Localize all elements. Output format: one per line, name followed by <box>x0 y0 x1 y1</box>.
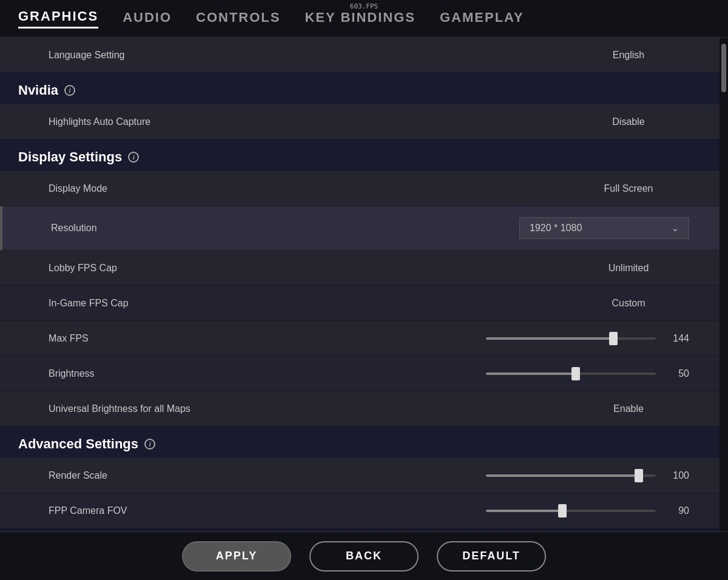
highlights-label: Highlights Auto Capture <box>49 116 150 127</box>
resolution-value: 1920 * 1080 <box>530 223 582 234</box>
row-highlights: Highlights Auto Capture Disable <box>0 104 720 140</box>
advanced-title: Advanced Settings <box>18 436 138 452</box>
section-nvidia: Nvidia i <box>0 73 720 104</box>
advanced-info-icon[interactable]: i <box>144 439 155 450</box>
max-fps-slider-container: 144 <box>477 333 689 344</box>
tab-keybindings[interactable]: KEY BINDINGS <box>305 10 416 28</box>
brightness-label: Brightness <box>49 368 95 379</box>
row-lobby-fps: Lobby FPS Cap Unlimited <box>0 251 720 286</box>
row-brightness: Brightness 50 <box>0 356 720 391</box>
fpp-fov-value: 90 <box>665 505 689 516</box>
render-scale-label: Render Scale <box>49 470 107 481</box>
settings-panel: Language Setting English Nvidia i Highli… <box>0 38 720 531</box>
row-language: Language Setting English <box>0 38 720 73</box>
ingame-fps-value: Custom <box>568 298 689 309</box>
fps-counter: 603.FPS <box>350 2 378 10</box>
row-display-mode: Display Mode Full Screen <box>0 171 720 206</box>
render-scale-value: 100 <box>665 470 689 481</box>
fpp-fov-track[interactable] <box>486 510 656 512</box>
render-scale-slider-container: 100 <box>477 470 689 481</box>
bottom-bar: APPLY BACK DEFAULT <box>0 531 728 580</box>
row-resolution: Resolution 1920 * 1080 ⌄ <box>0 206 720 251</box>
max-fps-value: 144 <box>665 333 689 344</box>
max-fps-fill <box>486 337 613 340</box>
fpp-fov-label: FPP Camera FOV <box>49 505 127 516</box>
fpp-fov-fill <box>486 510 562 512</box>
max-fps-label: Max FPS <box>49 333 89 344</box>
brightness-track[interactable] <box>486 373 656 375</box>
row-ingame-fps: In-Game FPS Cap Custom <box>0 286 720 321</box>
row-max-fps: Max FPS 144 <box>0 321 720 356</box>
highlights-value: Disable <box>568 116 689 127</box>
universal-brightness-label: Universal Brightness for all Maps <box>49 403 190 414</box>
max-fps-track[interactable] <box>486 337 656 340</box>
fpp-fov-slider-container: 90 <box>477 505 689 516</box>
row-render-scale: Render Scale 100 <box>0 458 720 493</box>
render-scale-track[interactable] <box>486 474 656 477</box>
language-label: Language Setting <box>49 50 124 61</box>
fpp-fov-thumb[interactable] <box>558 504 567 518</box>
universal-brightness-value: Enable <box>568 403 689 414</box>
brightness-fill <box>486 373 576 375</box>
lobby-fps-label: Lobby FPS Cap <box>49 263 117 274</box>
scrollbar[interactable] <box>720 38 728 531</box>
lobby-fps-value: Unlimited <box>568 263 689 274</box>
back-button[interactable]: BACK <box>309 541 419 572</box>
ingame-fps-label: In-Game FPS Cap <box>49 298 129 309</box>
display-mode-value: Full Screen <box>568 183 689 194</box>
section-display: Display Settings i <box>0 140 720 171</box>
nvidia-title: Nvidia <box>18 83 58 98</box>
row-fpp-fov: FPP Camera FOV 90 <box>0 493 720 528</box>
brightness-value: 50 <box>665 368 689 379</box>
max-fps-thumb[interactable] <box>609 332 618 345</box>
render-scale-fill <box>486 474 639 477</box>
render-scale-thumb[interactable] <box>635 469 643 482</box>
row-universal-brightness: Universal Brightness for all Maps Enable <box>0 391 720 427</box>
display-mode-label: Display Mode <box>49 183 107 194</box>
nvidia-info-icon[interactable]: i <box>64 85 75 96</box>
dropdown-arrow-icon: ⌄ <box>672 223 679 233</box>
apply-button[interactable]: APPLY <box>182 541 291 572</box>
tab-graphics[interactable]: GRAPHICS <box>18 8 98 29</box>
resolution-label: Resolution <box>51 223 97 234</box>
tab-audio[interactable]: AUDIO <box>123 10 172 28</box>
language-value: English <box>568 50 689 61</box>
tab-gameplay[interactable]: GAMEPLAY <box>440 10 524 28</box>
section-advanced: Advanced Settings i <box>0 427 720 458</box>
resolution-dropdown[interactable]: 1920 * 1080 ⌄ <box>519 217 689 239</box>
display-title: Display Settings <box>18 149 122 165</box>
top-navigation: 603.FPS GRAPHICS AUDIO CONTROLS KEY BIND… <box>0 0 728 38</box>
main-content: Language Setting English Nvidia i Highli… <box>0 38 728 531</box>
brightness-slider-container: 50 <box>477 368 689 379</box>
brightness-thumb[interactable] <box>571 367 580 380</box>
scrollbar-thumb[interactable] <box>721 44 726 92</box>
tab-controls[interactable]: CONTROLS <box>196 10 280 28</box>
default-button[interactable]: DEFAULT <box>437 541 546 572</box>
display-info-icon[interactable]: i <box>128 152 139 163</box>
